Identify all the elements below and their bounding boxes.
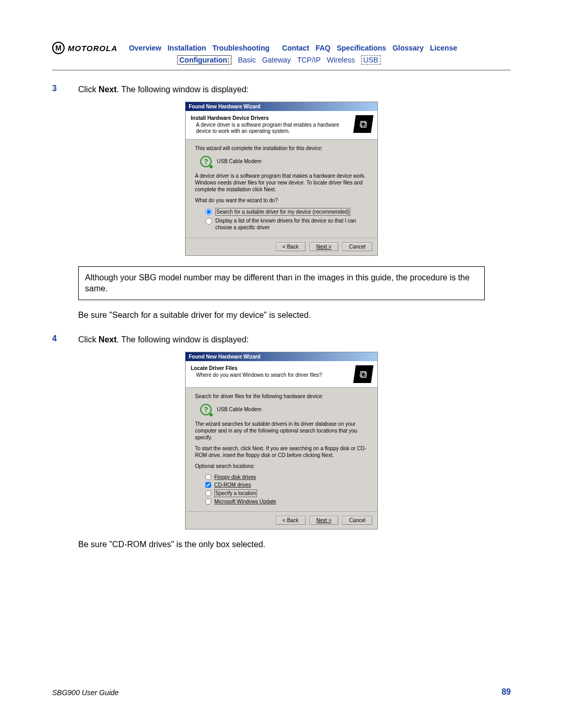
nav-overview[interactable]: Overview [129,44,161,52]
checkbox-windows-update[interactable] [205,499,211,504]
step-3-post: . The following window is displayed: [117,85,249,94]
step-4-bold: Next [99,335,117,344]
nav-contact[interactable]: Contact [282,44,309,52]
check-windows-update[interactable]: Microsoft Windows Update [205,498,368,505]
checkbox-specify[interactable] [205,490,211,496]
checkbox-floppy[interactable] [205,474,211,480]
wizard-1: Found New Hardware Wizard Install Hardwa… [185,102,378,256]
step-4-pre: Click [78,335,99,344]
subnav-tcpip[interactable]: TCP/IP [297,56,321,64]
nav-troubleshooting[interactable]: Troubleshooting [212,44,270,52]
next-button-label: Next > [316,517,332,523]
radio-list-drivers[interactable] [205,218,212,225]
question-icon: ? [200,404,212,415]
wizard-1-titlebar: Found New Hardware Wizard [186,102,377,111]
note-box: Although your SBG model number may be di… [78,266,485,300]
step-3: 3 Click Next. The following window is di… [52,84,511,95]
check-floppy[interactable]: Floppy disk drives [205,474,368,480]
wizard-2-p4: Optional search locations: [195,463,368,470]
step-3-bold: Next [99,85,117,94]
next-button[interactable]: Next > [310,242,338,251]
cancel-button[interactable]: Cancel [342,242,372,251]
instruction-search-selected: Be sure "Search for a suitable driver fo… [78,310,511,321]
back-button[interactable]: < Back [276,516,305,525]
wizard-1-opt1-label: Search for a suitable driver for my devi… [215,208,350,216]
subnav-configuration[interactable]: Configuration: [177,55,231,65]
wizard-1-head-title: Install Hardware Device Drivers [191,115,350,121]
subnav-gateway[interactable]: Gateway [262,56,291,64]
checkbox-cdrom[interactable] [205,482,211,488]
step-4-text: Click Next. The following window is disp… [78,334,249,346]
wizard-2-body: Search for driver files for the followin… [186,388,377,511]
instruction-cdrom-only: Be sure "CD-ROM drives" is the only box … [78,539,511,550]
wizard-1-device: USB Cable Modem [217,158,262,165]
label-floppy: Floppy disk drives [214,474,256,480]
driver-badge-icon: ⧉ [353,115,374,133]
next-button-label: Next > [316,244,332,250]
next-button[interactable]: Next > [310,516,338,525]
wizard-2-p3: To start the search, click Next. If you … [195,445,368,459]
footer-title: SBG900 User Guide [52,688,119,697]
step-4-number: 4 [52,334,78,346]
subnav-basic[interactable]: Basic [238,56,255,64]
logo-text: MOTOROLA [68,44,117,53]
nav-license[interactable]: License [430,44,457,52]
back-button[interactable]: < Back [276,242,305,251]
page-header: M MOTOROLA Overview Installation Trouble… [52,42,511,54]
nav-glossary[interactable]: Glossary [393,44,424,52]
wizard-2: Found New Hardware Wizard Locate Driver … [185,352,378,529]
step-3-number: 3 [52,84,78,95]
wizard-2-buttons: < Back Next > Cancel [186,511,377,529]
wizard-1-p1: This wizard will complete the installati… [195,145,368,152]
nav-installation[interactable]: Installation [167,44,206,52]
cancel-button-label: Cancel [349,517,365,523]
cancel-button[interactable]: Cancel [342,516,372,525]
back-button-label: < Back [283,244,299,250]
label-windows-update: Microsoft Windows Update [214,498,276,505]
wizard-1-buttons: < Back Next > Cancel [186,238,377,255]
wizard-2-header: Locate Driver Files Where do you want Wi… [186,361,377,388]
wizard-1-option-search[interactable]: Search for a suitable driver for my devi… [205,208,368,216]
driver-badge-icon: ⧉ [353,365,374,383]
nav-faq[interactable]: FAQ [315,44,331,52]
wizard-1-opt2-label: Display a list of the known drivers for … [215,217,368,231]
wizard-1-body: This wizard will complete the installati… [186,140,377,238]
step-3-text: Click Next. The following window is disp… [78,84,249,95]
page-number: 89 [501,687,511,697]
page-footer: SBG900 User Guide 89 [52,687,511,697]
wizard-1-header: Install Hardware Device Drivers A device… [186,111,377,140]
check-specify[interactable]: Specify a location [205,489,368,497]
subnav-usb[interactable]: USB [361,55,381,65]
wizard-2-device: USB Cable Modem [217,406,262,413]
cancel-button-label: Cancel [349,244,365,250]
wizard-2-titlebar: Found New Hardware Wizard [186,352,377,361]
step-4-post: . The following window is displayed: [117,335,249,344]
radio-search-driver[interactable] [205,208,212,215]
back-button-label: < Back [283,517,299,523]
wizard-2-head-title: Locate Driver Files [191,365,350,371]
brand-logo: M MOTOROLA [52,42,117,54]
label-cdrom: CD-ROM drives [214,482,251,488]
question-icon: ? [200,156,212,167]
wizard-2-p2: The wizard searches for suitable drivers… [195,421,368,441]
logo-glyph: M [55,44,62,52]
step-4: 4 Click Next. The following window is di… [52,334,511,346]
wizard-1-head-sub: A device driver is a software program th… [191,122,350,135]
wizard-2-p1: Search for driver files for the followin… [195,393,368,400]
wizard-1-p3: What do you want the wizard to do? [195,197,368,204]
check-cdrom[interactable]: CD-ROM drives [205,482,368,488]
top-nav: Overview Installation Troubleshooting Co… [129,44,457,52]
wizard-1-option-list[interactable]: Display a list of the known drivers for … [205,217,368,231]
header-divider [52,70,511,70]
logo-icon: M [52,42,65,54]
nav-specifications[interactable]: Specifications [337,44,386,52]
label-specify: Specify a location [214,489,257,497]
sub-nav: Configuration: Basic Gateway TCP/IP Wire… [177,55,511,65]
wizard-2-head-sub: Where do you want Windows to search for … [191,372,350,379]
subnav-wireless[interactable]: Wireless [327,56,355,64]
step-3-pre: Click [78,85,99,94]
wizard-1-p2: A device driver is a software program th… [195,172,368,193]
